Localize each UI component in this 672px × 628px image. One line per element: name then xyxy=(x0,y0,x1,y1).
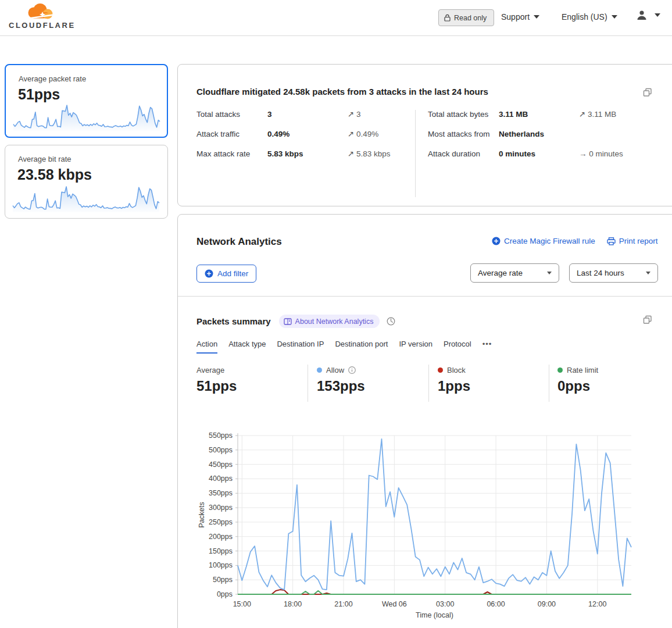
stat-label: Total attacks xyxy=(196,109,267,121)
trend-up-icon: ↗ xyxy=(348,149,354,158)
x-tick-label: Wed 06 xyxy=(382,600,407,608)
stat-rate-limit: Rate limit 0pps xyxy=(557,366,598,394)
stat-value: 1pps xyxy=(438,378,470,394)
read-only-label: Read only xyxy=(454,14,487,22)
stat-trend: ↗ 0.49% xyxy=(348,129,406,141)
language-label: English (US) xyxy=(562,12,607,22)
stat-label: Block xyxy=(447,366,466,374)
stat-value: 51pps xyxy=(196,378,237,394)
y-tick-label: 400pps xyxy=(209,474,233,483)
packets-time-series-chart: 0pps50pps100pps150pps200pps250pps300pps3… xyxy=(196,431,672,626)
trend-flat-icon: → xyxy=(579,149,587,158)
stat-trend: ↗ 3 xyxy=(348,109,406,121)
x-tick-label: 03:00 xyxy=(436,600,454,608)
metric-card-packet-rate[interactable]: Average packet rate 51pps xyxy=(5,64,168,138)
x-tick-label: 21:00 xyxy=(334,600,352,608)
y-axis-title: Packets xyxy=(198,502,206,527)
y-tick-label: 200pps xyxy=(209,533,233,541)
user-avatar-icon xyxy=(636,9,648,21)
section-divider xyxy=(178,296,672,297)
chevron-down-icon xyxy=(534,15,539,19)
stat-divider xyxy=(428,365,429,402)
series-line-rate-limit xyxy=(238,591,631,594)
tab-protocol[interactable]: Protocol xyxy=(444,340,471,354)
stat-value: 5.83 kbps xyxy=(267,148,348,160)
stat-value: 0pps xyxy=(557,378,598,394)
create-magic-firewall-rule-link[interactable]: Create Magic Firewall rule xyxy=(492,237,595,245)
stat-trend: → 0 minutes xyxy=(579,148,667,160)
stat-label: Allow xyxy=(326,366,344,374)
time-range-select[interactable]: Last 24 hours xyxy=(569,263,658,283)
y-tick-label: 50pps xyxy=(213,576,233,584)
stat-trend: ↗ 5.83 kbps xyxy=(348,148,406,160)
about-network-analytics-badge[interactable]: About Network Analytics xyxy=(279,315,380,328)
tab-destination-port[interactable]: Destination port xyxy=(335,340,388,354)
stat-value: 0 minutes xyxy=(499,148,579,160)
tabs-overflow-button[interactable]: ••• xyxy=(482,340,492,354)
chevron-down-icon xyxy=(646,272,650,274)
y-tick-label: 500pps xyxy=(209,446,233,454)
tab-action[interactable]: Action xyxy=(196,340,217,354)
account-menu[interactable] xyxy=(636,9,660,21)
printer-icon xyxy=(607,237,616,245)
info-icon[interactable] xyxy=(348,366,356,374)
metric-label: Average bit rate xyxy=(18,155,72,163)
metric-value: 23.58 kbps xyxy=(17,166,92,183)
x-tick-label: 12:00 xyxy=(588,600,606,608)
attack-summary-card: Cloudflare mitigated 24.58k packets from… xyxy=(177,64,672,206)
lock-icon xyxy=(444,14,451,22)
x-tick-label: 09:00 xyxy=(538,600,556,608)
tab-destination-ip[interactable]: Destination IP xyxy=(277,340,324,354)
plus-circle-icon xyxy=(492,237,501,245)
stat-trend: ↗ 3.11 MB xyxy=(579,109,667,121)
rate-limit-legend-dot xyxy=(557,367,563,373)
stat-label: Max attack rate xyxy=(196,148,267,160)
stat-value: 153pps xyxy=(317,378,365,394)
chart-canvas: 0pps50pps100pps150pps200pps250pps300pps3… xyxy=(196,431,672,624)
summary-stats-left: Total attacks 3 ↗ 3 Attack traffic 0.49%… xyxy=(196,109,406,160)
block-legend-dot xyxy=(438,367,443,373)
stat-allow: Allow 153pps xyxy=(317,366,365,394)
stat-divider xyxy=(308,365,308,402)
add-filter-button[interactable]: Add filter xyxy=(196,265,256,283)
y-tick-label: 300pps xyxy=(209,504,233,512)
stat-block: Block 1pps xyxy=(438,366,470,394)
network-analytics-card: Network Analytics Create Magic Firewall … xyxy=(177,214,672,628)
copy-icon[interactable] xyxy=(643,88,652,97)
network-analytics-title: Network Analytics xyxy=(196,236,282,248)
packets-summary-title: Packets summary xyxy=(196,316,271,326)
language-menu[interactable]: English (US) xyxy=(562,12,617,22)
y-tick-label: 450pps xyxy=(209,461,233,469)
chevron-down-icon xyxy=(547,272,552,274)
trend-up-icon: ↗ xyxy=(348,130,354,138)
stat-label: Attack traffic xyxy=(196,129,267,141)
series-line-allow xyxy=(238,439,631,590)
cloudflare-logo[interactable]: CLOUDFLARE xyxy=(8,2,73,33)
stat-value: 0.49% xyxy=(267,129,348,141)
dimension-tabs: Action Attack type Destination IP Destin… xyxy=(196,340,492,354)
metric-select-value: Average rate xyxy=(478,269,523,277)
support-menu[interactable]: Support xyxy=(501,12,539,22)
plus-circle-icon xyxy=(205,269,213,278)
print-report-link[interactable]: Print report xyxy=(607,237,658,245)
trend-up-icon: ↗ xyxy=(579,110,585,119)
stat-label: Average xyxy=(196,366,224,374)
stat-value: 3 xyxy=(267,109,348,121)
stat-divider xyxy=(549,365,549,402)
clock-icon[interactable] xyxy=(387,317,395,326)
metric-select[interactable]: Average rate xyxy=(470,263,559,283)
packet-rate-sparkline xyxy=(12,102,161,132)
stat-value: Netherlands xyxy=(499,129,579,141)
cloudflare-logo-text: CLOUDFLARE xyxy=(9,21,73,30)
metric-label: Average packet rate xyxy=(19,74,86,83)
y-tick-label: 100pps xyxy=(209,561,233,569)
y-tick-label: 250pps xyxy=(209,518,233,526)
metric-card-bit-rate[interactable]: Average bit rate 23.58 kbps xyxy=(5,145,168,219)
x-tick-label: 15:00 xyxy=(233,600,251,608)
tab-ip-version[interactable]: IP version xyxy=(399,340,432,354)
summary-title: Cloudflare mitigated 24.58k packets from… xyxy=(196,87,627,97)
stat-value: 3.11 MB xyxy=(499,109,579,121)
tab-attack-type[interactable]: Attack type xyxy=(228,340,266,354)
copy-icon[interactable] xyxy=(643,315,652,324)
stat-label: Total attack bytes xyxy=(428,109,499,121)
